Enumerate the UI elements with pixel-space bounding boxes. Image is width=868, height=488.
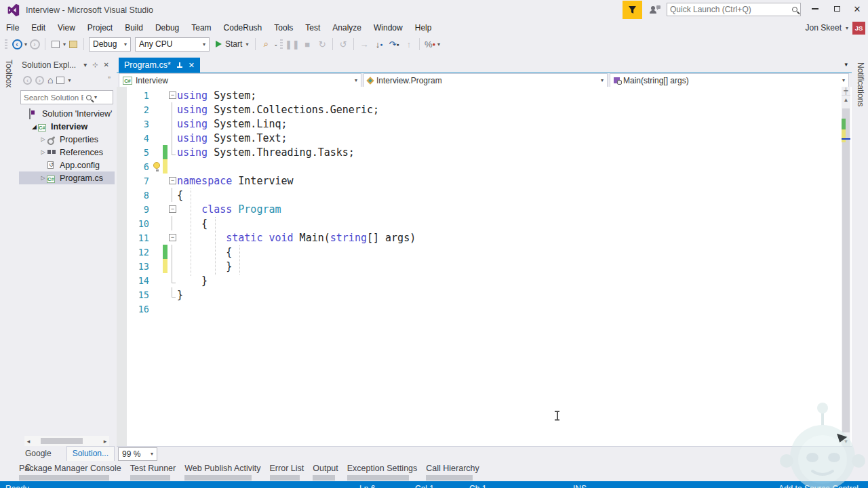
document-tab-program-cs[interactable]: Program.cs* ✕ — [119, 58, 200, 73]
scroll-up-icon[interactable]: ▲ — [842, 97, 850, 103]
toolbar-overflow-icon[interactable]: ” — [108, 75, 111, 85]
menu-item-build[interactable]: Build — [119, 20, 149, 35]
bottom-tab-output[interactable]: Output — [313, 463, 338, 481]
expander-collapsed-icon[interactable]: ▷ — [39, 175, 47, 181]
search-caret-icon[interactable]: ▾ — [94, 94, 97, 100]
home-icon[interactable]: ⌂ — [47, 75, 53, 85]
start-caret-icon[interactable]: ▾ — [245, 41, 248, 47]
expander-collapsed-icon[interactable]: ▷ — [39, 149, 47, 155]
expander-collapsed-icon[interactable]: ▷ — [39, 136, 47, 142]
menu-item-tools[interactable]: Tools — [268, 20, 299, 35]
code-line-10[interactable]: 10 { — [117, 216, 852, 230]
expander-expanded-icon[interactable]: ◢ — [31, 123, 38, 130]
debug-visualizer-caret-icon[interactable]: ⌄ — [273, 41, 278, 47]
code-line-16[interactable]: 16 — [117, 302, 852, 316]
code-line-4[interactable]: 4using System.Text; — [117, 131, 852, 145]
close-tab-icon[interactable]: ✕ — [189, 61, 195, 70]
filter-icon[interactable] — [623, 1, 642, 19]
code-line-15[interactable]: 15} — [117, 287, 852, 302]
step-over-icon[interactable]: ↷● — [387, 37, 401, 52]
lightbulb-icon[interactable] — [153, 162, 160, 169]
outline-collapse-icon[interactable] — [167, 230, 177, 245]
feedback-icon[interactable] — [646, 2, 664, 17]
quick-launch-input[interactable] — [670, 5, 792, 14]
bottom-tab-call-hierarchy[interactable]: Call Hierarchy — [426, 463, 479, 481]
restore-button[interactable] — [827, 0, 846, 18]
collapse-all-caret-icon[interactable]: ▾ — [68, 77, 71, 83]
new-project-icon[interactable] — [48, 37, 63, 52]
menu-item-window[interactable]: Window — [368, 20, 409, 35]
pin-icon[interactable]: ⊹ — [90, 61, 100, 68]
menu-item-debug[interactable]: Debug — [149, 20, 185, 35]
start-debug-button[interactable]: Start ▾ — [216, 39, 248, 49]
bottom-tab-error-list[interactable]: Error List — [270, 463, 304, 481]
code-line-5[interactable]: 5using System.Threading.Tasks; — [117, 145, 852, 159]
quick-launch-box[interactable] — [667, 3, 801, 16]
bottom-tab-package-manager-console[interactable]: Package Manager Console — [19, 463, 121, 481]
tree-item-program-cs[interactable]: ▷C#Program.cs — [19, 171, 115, 184]
minimize-button[interactable] — [806, 0, 825, 18]
tree-item-references[interactable]: ▷References — [19, 146, 115, 159]
code-line-8[interactable]: 8{ — [117, 188, 852, 202]
code-line-1[interactable]: 1using System; — [117, 88, 852, 102]
solution-search-box[interactable]: ▾ — [20, 90, 113, 104]
debug-visualizer-icon[interactable]: ⌕ — [258, 37, 273, 52]
toolbox-tab[interactable]: Toolbox — [4, 60, 14, 87]
menu-item-project[interactable]: Project — [81, 20, 119, 35]
bottom-tab-test-runner[interactable]: Test Runner — [130, 463, 176, 481]
outline-collapse-icon[interactable] — [167, 202, 177, 216]
menu-item-view[interactable]: View — [52, 20, 81, 35]
panel-tab-googlec[interactable]: Google C... — [19, 446, 66, 461]
navigate-back-icon[interactable]: ‹ — [9, 37, 24, 52]
bottom-tab-web-publish-activity[interactable]: Web Publish Activity — [184, 463, 260, 481]
project-dropdown[interactable]: C# Interview▾ — [119, 73, 361, 87]
vertical-scrollbar[interactable]: ╪ ▲ ▼ — [842, 87, 850, 446]
solution-platform-select[interactable]: Any CPU▾ — [135, 37, 210, 52]
type-dropdown[interactable]: Interview.Program▾ — [363, 73, 608, 87]
scroll-left-icon[interactable]: ◂ — [24, 438, 33, 445]
code-line-13[interactable]: 13 } — [117, 259, 852, 273]
tree-item-properties[interactable]: ▷Properties — [19, 133, 115, 146]
tree-item-interview[interactable]: ◢C#Interview — [19, 120, 115, 133]
tree-item-solution-interview[interactable]: Solution 'Interview' — [19, 107, 115, 120]
notifications-tab[interactable]: Notifications — [856, 62, 865, 106]
split-editor-handle[interactable]: ╪ — [842, 87, 850, 96]
document-list-caret-icon[interactable]: ▾ — [844, 61, 848, 68]
code-editor[interactable]: 1using System;2using System.Collections.… — [117, 87, 852, 446]
user-name[interactable]: Jon Skeet — [806, 23, 842, 33]
menu-item-help[interactable]: Help — [409, 20, 438, 35]
panel-menu-caret-icon[interactable]: ▾ — [81, 61, 90, 68]
solution-explorer-title-bar[interactable]: Solution Expl... ▾ ⊹ ✕ — [19, 58, 115, 72]
code-line-12[interactable]: 12 { — [117, 245, 852, 259]
toolbar-overflow-caret-icon[interactable]: ▾ — [437, 41, 440, 47]
code-line-14[interactable]: 14 } — [117, 273, 852, 287]
solution-configuration-select[interactable]: Debug▾ — [89, 37, 131, 52]
avatar[interactable]: JS — [852, 22, 865, 35]
menu-item-test[interactable]: Test — [299, 20, 326, 35]
menu-item-coderush[interactable]: CodeRush — [218, 20, 269, 35]
zoom-level-select[interactable]: 99 %▾ — [118, 447, 157, 461]
bottom-tab-exception-settings[interactable]: Exception Settings — [347, 463, 418, 481]
code-line-9[interactable]: 9 class Program — [117, 202, 852, 216]
collapse-all-icon[interactable] — [56, 77, 64, 84]
code-line-11[interactable]: 11 static void Main(string[] args) — [117, 230, 852, 245]
code-line-7[interactable]: 7namespace Interview — [117, 174, 852, 188]
pin-icon[interactable] — [176, 62, 183, 68]
code-line-6[interactable]: 6 — [117, 159, 852, 174]
user-area[interactable]: Jon Skeet ▾ JS — [806, 20, 865, 35]
horizontal-scrollbar[interactable]: ◂ ▸ — [24, 436, 109, 446]
panel-tab-solution[interactable]: Solution... — [66, 446, 115, 461]
menu-item-team[interactable]: Team — [185, 20, 217, 35]
close-panel-icon[interactable]: ✕ — [101, 61, 112, 68]
close-button[interactable]: ✕ — [848, 0, 867, 18]
menu-item-analyze[interactable]: Analyze — [326, 20, 368, 35]
code-line-2[interactable]: 2using System.Collections.Generic; — [117, 102, 852, 117]
solution-search-input[interactable] — [24, 94, 83, 102]
step-into-icon[interactable]: ↓● — [372, 37, 387, 52]
outline-collapse-icon[interactable] — [167, 88, 177, 102]
member-dropdown[interactable]: Main(string[] args)▾ — [610, 73, 849, 87]
code-line-3[interactable]: 3using System.Linq; — [117, 117, 852, 131]
menu-item-edit[interactable]: Edit — [25, 20, 52, 35]
toolbar-grip[interactable] — [5, 38, 7, 50]
tree-item-app-config[interactable]: App.config — [19, 159, 115, 171]
